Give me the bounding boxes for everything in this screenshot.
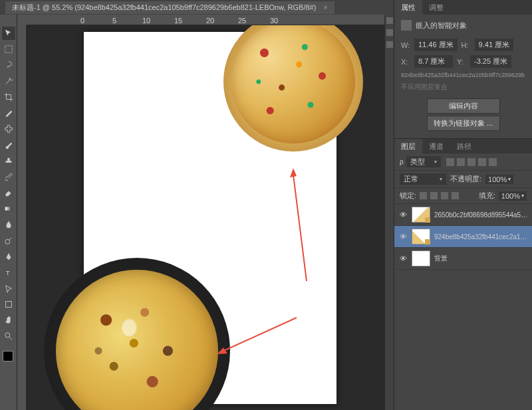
opacity-field[interactable]: 100% bbox=[485, 175, 513, 184]
fill-field[interactable]: 100% bbox=[499, 191, 527, 201]
layer-name[interactable]: 924be8b425a32fb441cec2a105b9ff... bbox=[434, 233, 528, 241]
layer-row[interactable]: 👁 2650b0c2bf08698d895544a5543ca... bbox=[394, 204, 532, 226]
linked-filename: 924be8b425a32fb441cec2a105b9ff7c289629b.… bbox=[401, 72, 525, 78]
ruler-vertical bbox=[17, 25, 27, 410]
properties-panel: 嵌入的智能对象 W: 11.46 厘米 H: 9.41 厘米 X: 8.7 厘米… bbox=[394, 15, 532, 138]
layer-row[interactable]: 👁 背景 bbox=[394, 248, 532, 270]
svg-rect-4 bbox=[5, 302, 11, 308]
layers-panel: 图层 通道 路径 ρ 类型 正常 不透明度: 100% 锁定: bbox=[394, 138, 532, 410]
lock-position-icon[interactable] bbox=[441, 192, 448, 199]
visibility-toggle[interactable]: 👁 bbox=[398, 255, 408, 262]
type-tool[interactable]: T bbox=[2, 266, 15, 279]
tab-channels[interactable]: 通道 bbox=[422, 139, 450, 154]
svg-rect-0 bbox=[5, 46, 12, 53]
color-swatch[interactable] bbox=[3, 351, 15, 363]
lock-label: 锁定: bbox=[400, 191, 416, 201]
x-field[interactable]: 8.7 厘米 bbox=[414, 55, 453, 68]
filter-type-icon[interactable] bbox=[467, 158, 475, 166]
panel-icon[interactable] bbox=[386, 41, 393, 48]
opacity-label: 不透明度: bbox=[450, 174, 481, 184]
pizza-image-top[interactable] bbox=[223, 25, 363, 152]
stamp-tool[interactable] bbox=[2, 154, 15, 167]
properties-panel-tabs: 属性 调整 bbox=[394, 0, 532, 15]
y-field[interactable]: -3.25 厘米 bbox=[470, 55, 511, 68]
tab-adjustments[interactable]: 调整 bbox=[422, 0, 450, 15]
x-label: X: bbox=[401, 58, 410, 66]
layer-thumbnail[interactable] bbox=[412, 229, 430, 245]
svg-rect-1 bbox=[5, 207, 12, 210]
filter-adjust-icon[interactable] bbox=[457, 158, 465, 166]
lock-transparency-icon[interactable] bbox=[420, 192, 427, 199]
zoom-tool[interactable] bbox=[2, 330, 15, 343]
lock-pixels-icon[interactable] bbox=[430, 192, 438, 199]
filter-shape-icon[interactable] bbox=[478, 158, 486, 166]
annotation-arrow-1 bbox=[277, 165, 317, 284]
tab-layers[interactable]: 图层 bbox=[394, 139, 422, 154]
blend-mode-select[interactable]: 正常 bbox=[400, 173, 446, 185]
smart-object-icon bbox=[401, 20, 412, 31]
panel-icon[interactable] bbox=[386, 29, 393, 36]
svg-text:T: T bbox=[5, 269, 9, 276]
layer-thumbnail[interactable] bbox=[412, 207, 430, 223]
pizza-image-bottom[interactable] bbox=[44, 258, 230, 410]
lasso-tool[interactable] bbox=[2, 58, 15, 72]
height-field[interactable]: 9.41 厘米 bbox=[475, 39, 513, 51]
object-type-label: 嵌入的智能对象 bbox=[416, 21, 467, 31]
close-icon[interactable]: × bbox=[323, 3, 327, 11]
marquee-tool[interactable] bbox=[2, 43, 15, 56]
hand-tool[interactable] bbox=[2, 314, 15, 327]
gradient-tool[interactable] bbox=[2, 202, 15, 215]
filter-pixel-icon[interactable] bbox=[446, 158, 454, 166]
document-canvas[interactable] bbox=[84, 32, 336, 404]
svg-point-2 bbox=[5, 239, 9, 244]
layer-thumbnail[interactable] bbox=[412, 251, 430, 266]
path-tool[interactable] bbox=[2, 282, 15, 295]
tab-properties[interactable]: 属性 bbox=[394, 0, 422, 15]
layer-comp-note: 不应用图层复合 bbox=[401, 82, 525, 92]
layer-filter-select[interactable]: 类型 bbox=[406, 156, 441, 167]
y-label: Y: bbox=[457, 58, 466, 66]
svg-point-5 bbox=[5, 333, 9, 338]
height-label: H: bbox=[462, 41, 471, 49]
lock-all-icon[interactable] bbox=[452, 192, 459, 199]
layer-row[interactable]: 👁 924be8b425a32fb441cec2a105b9ff... bbox=[394, 226, 532, 248]
collapsed-panels-strip bbox=[384, 15, 394, 410]
document-tab[interactable]: 未标题-1 @ 55.2% (924be8b425a32fb441cec2a10… bbox=[5, 1, 334, 14]
width-field[interactable]: 11.46 厘米 bbox=[414, 39, 458, 51]
layer-name[interactable]: 2650b0c2bf08698d895544a5543ca... bbox=[434, 211, 528, 219]
panel-icon[interactable] bbox=[386, 17, 393, 24]
edit-contents-button[interactable]: 编辑内容 bbox=[427, 98, 500, 114]
filter-smart-icon[interactable] bbox=[489, 158, 497, 166]
layer-name[interactable]: 背景 bbox=[434, 254, 528, 263]
crop-tool[interactable] bbox=[2, 90, 15, 104]
fill-label: 填充: bbox=[479, 191, 495, 201]
blur-tool[interactable] bbox=[2, 218, 15, 231]
width-label: W: bbox=[401, 41, 410, 49]
eraser-tool[interactable] bbox=[2, 186, 15, 199]
eyedropper-tool[interactable] bbox=[2, 106, 15, 120]
history-brush-tool[interactable] bbox=[2, 170, 15, 183]
shape-tool[interactable] bbox=[2, 298, 15, 311]
ruler-horizontal: 051015202530 bbox=[27, 15, 394, 25]
canvas-area bbox=[17, 25, 394, 410]
tab-title: 未标题-1 @ 55.2% (924be8b425a32fb441cec2a10… bbox=[12, 3, 316, 11]
tab-paths[interactable]: 路径 bbox=[450, 139, 478, 154]
wand-tool[interactable] bbox=[2, 74, 15, 88]
visibility-toggle[interactable]: 👁 bbox=[398, 211, 408, 219]
right-panels: 属性 调整 嵌入的智能对象 W: 11.46 厘米 H: 9.41 厘米 X: … bbox=[394, 0, 532, 410]
visibility-toggle[interactable]: 👁 bbox=[398, 233, 408, 241]
move-tool[interactable] bbox=[2, 27, 15, 40]
healing-tool[interactable] bbox=[2, 122, 15, 136]
dodge-tool[interactable] bbox=[2, 234, 15, 247]
brush-tool[interactable] bbox=[2, 138, 15, 152]
layer-list: 👁 2650b0c2bf08698d895544a5543ca... 👁 924… bbox=[394, 204, 532, 410]
tools-panel: T bbox=[0, 15, 17, 410]
convert-to-linked-button[interactable]: 转换为链接对象 ... bbox=[427, 116, 500, 131]
pen-tool[interactable] bbox=[2, 250, 15, 263]
